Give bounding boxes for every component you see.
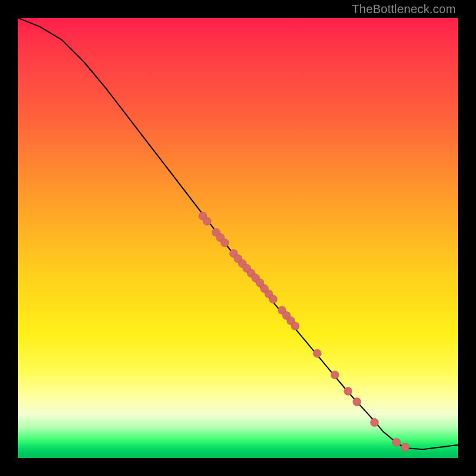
watermark-text: TheBottleneck.com [352, 2, 456, 16]
data-point [221, 239, 229, 247]
data-point [392, 438, 400, 446]
data-point [344, 387, 352, 396]
data-point [313, 349, 321, 358]
data-point [353, 397, 361, 406]
data-point [401, 443, 409, 452]
data-point [331, 371, 339, 379]
data-point [203, 217, 211, 226]
plot-area [18, 18, 458, 458]
bottleneck-curve [18, 18, 458, 449]
data-point [370, 418, 378, 427]
chart-overlay [18, 18, 458, 458]
data-points [199, 212, 409, 452]
chart-frame: TheBottleneck.com [0, 0, 476, 476]
data-point [269, 295, 277, 303]
data-point [291, 322, 299, 330]
